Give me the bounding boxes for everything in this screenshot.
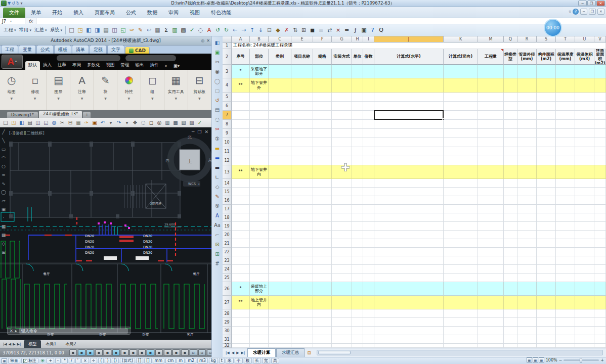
cell[interactable] [250,179,269,188]
cell[interactable] [517,138,537,147]
cell[interactable] [332,147,352,156]
panel-修改[interactable]: ▫修改▼ [23,70,47,110]
drawing-tab-0[interactable]: Drawing1* [7,112,38,118]
cell[interactable] [517,65,537,78]
cell[interactable] [517,265,537,274]
cell[interactable] [352,309,363,318]
op-button-4[interactable]: ' [75,358,80,363]
header-cell-S[interactable]: 构件面积(m2) [537,49,556,65]
cell[interactable] [313,65,332,78]
cell[interactable] [537,196,556,205]
col-header-F[interactable]: F [313,36,332,42]
revcloud-icon[interactable]: ≈ [2,172,6,177]
osnap3d-toggle[interactable]: ▪ [121,349,128,356]
cell[interactable] [269,296,291,309]
cell[interactable] [444,78,478,93]
op-button-19[interactable]: t [219,358,225,363]
num-1-icon[interactable]: ① [213,135,222,143]
arrow-right-icon[interactable]: → [239,26,248,35]
acad-tab-8[interactable]: 插件 [147,61,162,70]
cell[interactable] [478,344,504,348]
panel-实用工具[interactable]: ▦实用工具▼ [164,70,188,110]
cell[interactable] [594,156,606,165]
cell[interactable] [504,179,517,188]
cell[interactable] [232,205,250,213]
cell[interactable] [537,265,556,274]
export-icon[interactable]: ◱ [119,26,127,35]
cell[interactable] [575,335,594,344]
cell[interactable] [313,102,332,111]
cell[interactable] [517,335,537,344]
header-cell-F[interactable]: 规格 [313,49,332,65]
cell[interactable]: 采暖地上部分 [250,282,269,296]
properties-icon[interactable]: ▥ [163,118,171,126]
cell[interactable] [291,188,313,196]
cell[interactable] [517,93,537,102]
cell[interactable] [363,344,374,348]
cell[interactable] [352,111,363,120]
file-tab[interactable]: 文件 [3,8,25,18]
col-header-B[interactable]: B [250,36,269,42]
op-button-16[interactable]: m2 [186,358,196,363]
cell[interactable] [594,102,606,111]
cell[interactable] [594,309,606,318]
cell[interactable] [269,248,291,256]
header-cell-T[interactable]: 保温厚度(mm) [556,49,575,65]
cell[interactable] [374,138,444,147]
point-icon[interactable]: · [3,215,5,220]
cell[interactable] [444,120,478,129]
cell[interactable] [504,256,517,265]
cell[interactable] [594,344,606,348]
command-input[interactable]: 键入命令 [19,328,128,334]
cell[interactable] [478,222,504,231]
cell[interactable] [537,78,556,93]
cell[interactable] [352,296,363,309]
open-icon[interactable]: ◳ [76,26,84,35]
cell[interactable] [232,222,250,231]
cell[interactable] [313,156,332,165]
cell[interactable] [374,335,444,344]
cell[interactable] [594,93,606,102]
checkbox-icon[interactable]: ✓ [23,359,27,363]
cell[interactable] [363,196,374,205]
cell[interactable] [517,309,537,318]
cell[interactable] [556,265,575,274]
cell[interactable] [374,344,444,348]
col-header-J[interactable]: J [374,36,444,42]
panel-绘图[interactable]: ◷绘图▼ [0,70,23,110]
cell[interactable] [575,165,594,179]
cell[interactable] [517,120,537,129]
cell[interactable] [575,188,594,196]
cell[interactable] [313,239,332,248]
cell[interactable] [504,335,517,344]
fx-icon[interactable]: fx [25,18,36,24]
horizontal-scrollbar[interactable] [317,350,603,355]
op-button-10[interactable]: (算式) [120,358,135,363]
cell[interactable] [269,179,291,188]
cell[interactable] [250,156,269,165]
cell[interactable] [269,156,291,165]
formula-input[interactable] [36,18,606,24]
polar-toggle[interactable]: ▪ [104,349,111,356]
cell[interactable] [232,179,250,188]
cell[interactable] [363,165,374,179]
book-minimize-icon[interactable]: ─ [580,9,587,15]
cell[interactable] [291,102,313,111]
row-header-30[interactable]: 30 [223,327,232,335]
cell[interactable] [504,231,517,239]
cell[interactable] [291,265,313,274]
cell[interactable]: ** [232,165,250,179]
cell[interactable] [250,120,269,129]
cell[interactable] [269,213,291,222]
hatch-icon[interactable]: ▦ [2,224,6,229]
delete-icon[interactable]: ✗ [282,26,291,35]
cell[interactable] [444,318,478,327]
cell[interactable] [504,196,517,205]
cell[interactable] [537,222,556,231]
cell[interactable] [313,335,332,344]
refresh-icon[interactable]: ↺ [213,26,222,35]
cell[interactable] [363,147,374,156]
cell[interactable] [232,335,250,344]
row-header-7[interactable]: 7 [223,111,232,120]
cell[interactable] [352,129,363,138]
